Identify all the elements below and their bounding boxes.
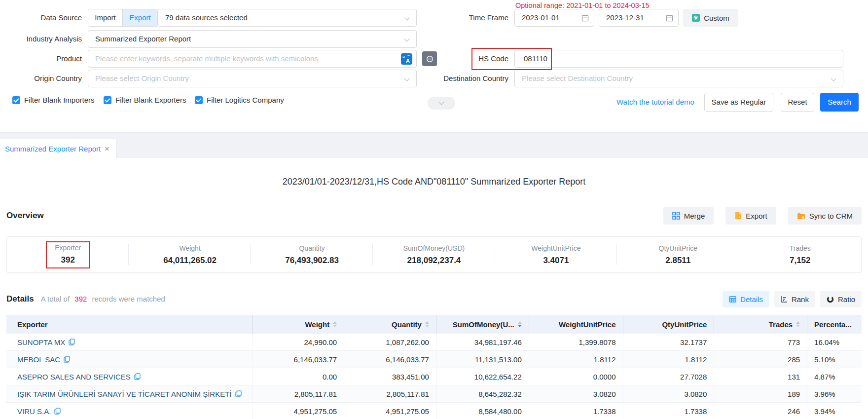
hs-code-input[interactable]: 081110 bbox=[514, 50, 843, 68]
total-prefix: A total of bbox=[41, 295, 70, 303]
weight-cell: 4,951,275.05 bbox=[253, 403, 344, 419]
sort-icon[interactable] bbox=[796, 319, 800, 329]
trades-cell: 189 bbox=[714, 385, 807, 402]
checkbox-label: Filter Logitics Company bbox=[207, 96, 284, 104]
exporter-link[interactable]: IŞIK TARIM ÜRÜNLERİ SANAYİ VE TİCARET AN… bbox=[17, 390, 232, 398]
optional-range-hint: Optional range: 2021-01-01 to 2024-03-15 bbox=[515, 1, 650, 9]
collapse-filters-button[interactable] bbox=[428, 97, 455, 110]
translate-icon[interactable]: ¤A bbox=[401, 53, 412, 65]
percentage-cell: 3.94% bbox=[807, 403, 862, 419]
copy-icon[interactable] bbox=[235, 390, 242, 397]
sort-icon-active-desc[interactable] bbox=[518, 319, 522, 329]
reset-button[interactable]: Reset bbox=[781, 93, 814, 112]
search-button[interactable]: Search bbox=[820, 93, 859, 112]
copy-icon[interactable] bbox=[134, 373, 141, 380]
export-toggle[interactable]: Export bbox=[123, 9, 157, 26]
exporter-cell: VIRU S.A. bbox=[6, 403, 253, 419]
stat-trades: Trades 7,152 bbox=[739, 244, 861, 266]
exporter-link[interactable]: VIRU S.A. bbox=[17, 407, 51, 416]
column-label: Exporter bbox=[17, 320, 48, 329]
stat-value: 2.8511 bbox=[617, 256, 739, 266]
chevron-down-icon bbox=[404, 36, 409, 41]
merge-button[interactable]: Merge bbox=[663, 207, 714, 225]
tutorial-link[interactable]: Watch the tutorial demo bbox=[616, 98, 694, 106]
quantity-cell: 1,087,262.00 bbox=[344, 334, 436, 350]
trades-cell: 773 bbox=[714, 334, 807, 350]
stat-sum-of-money: SumOfMoney(USD) 218,092,237.4 bbox=[373, 244, 495, 266]
sync-to-crm-button[interactable]: Sync to CRM bbox=[788, 207, 862, 225]
end-date-input[interactable]: 2023-12-31 bbox=[599, 9, 679, 27]
weight-cell: 6,146,033.77 bbox=[253, 351, 344, 368]
weight-cell: 2,805,117.81 bbox=[253, 385, 344, 402]
percentage-cell: 5.10% bbox=[807, 351, 862, 368]
copy-icon[interactable] bbox=[54, 408, 61, 415]
filter-logitics-company-checkbox[interactable]: Filter Logitics Company bbox=[195, 96, 284, 104]
column-header-quantity[interactable]: Quantity bbox=[344, 315, 436, 334]
column-header-trades[interactable]: Trades bbox=[714, 315, 807, 334]
filter-blank-importers-checkbox[interactable]: Filter Blank Importers bbox=[12, 96, 95, 104]
sort-icon[interactable] bbox=[333, 319, 337, 329]
chevron-down-icon bbox=[404, 15, 409, 20]
qty-unit-price-cell: 32.1737 bbox=[623, 334, 715, 350]
records-matched-text: A total of 392 records were matched bbox=[41, 295, 165, 303]
column-header-qty-unit-price: QtyUnitPrice bbox=[623, 315, 715, 334]
sum-cell: 10,622,654.22 bbox=[436, 368, 529, 385]
copy-icon[interactable] bbox=[64, 356, 70, 363]
tab-summarized-exporter-report[interactable]: Summarized Exporter Report × bbox=[0, 139, 117, 158]
import-toggle[interactable]: Import bbox=[88, 9, 123, 26]
sum-cell: 8,584,480.00 bbox=[436, 403, 529, 419]
table-row: ASEPRO SALES AND SERVICES 0.00 383,451.0… bbox=[6, 368, 862, 385]
origin-country-label: Origin Country bbox=[0, 70, 82, 87]
industry-analysis-select[interactable]: Summarized Exporter Report bbox=[88, 30, 417, 48]
sum-cell: 11,131,513.00 bbox=[436, 351, 529, 368]
exporter-link[interactable]: ASEPRO SALES AND SERVICES bbox=[17, 373, 131, 381]
sort-icon[interactable] bbox=[425, 319, 429, 329]
checkbox-checked-icon bbox=[104, 96, 111, 104]
rank-chart-icon bbox=[781, 296, 788, 303]
checkbox-checked-icon bbox=[12, 96, 20, 104]
product-input[interactable]: Please enter keywords, separate multiple… bbox=[88, 50, 417, 68]
weight-cell: 0.00 bbox=[253, 368, 344, 385]
start-date-input[interactable]: 2023-01-01 bbox=[514, 9, 594, 27]
qty-unit-price-cell: 27.7028 bbox=[623, 368, 715, 385]
view-rank-button[interactable]: Rank bbox=[774, 291, 815, 307]
view-details-label: Details bbox=[740, 295, 763, 304]
data-source-label: Data Source bbox=[0, 9, 82, 27]
column-header-weight[interactable]: Weight bbox=[253, 315, 344, 334]
export-button[interactable]: Export bbox=[725, 207, 776, 225]
hs-code-value: 081110 bbox=[522, 54, 547, 63]
column-label: WeightUnitPrice bbox=[559, 320, 616, 329]
exporter-cell: SUNOPTA MX bbox=[6, 334, 253, 350]
table-row: SUNOPTA MX 24,990.00 1,087,262.00 34,981… bbox=[6, 334, 862, 351]
view-ratio-button[interactable]: Ratio bbox=[820, 291, 862, 307]
image-search-button[interactable] bbox=[422, 51, 437, 66]
column-header-sum-of-money[interactable]: SumOfMoney(U... bbox=[436, 315, 529, 334]
overview-stats-card: Exporter 392 Weight 64,011,265.02 Quanti… bbox=[6, 236, 862, 273]
end-date-value: 2023-12-31 bbox=[606, 13, 644, 22]
custom-label: Custom bbox=[704, 14, 729, 22]
destination-country-label: Destination Country bbox=[430, 70, 508, 87]
stat-weight-unit-price: WeightUnitPrice 3.4071 bbox=[495, 244, 617, 266]
data-sources-select[interactable]: 79 data sources selected bbox=[158, 9, 417, 27]
destination-country-select[interactable]: Please select Destination Country bbox=[514, 70, 843, 87]
exporter-link[interactable]: MEBOL SAC bbox=[17, 355, 60, 364]
destination-country-placeholder: Please select Destination Country bbox=[522, 74, 633, 82]
column-label: Trades bbox=[769, 320, 793, 329]
copy-icon[interactable] bbox=[69, 339, 75, 345]
stat-label: SumOfMoney(USD) bbox=[373, 244, 495, 252]
exporter-link[interactable]: SUNOPTA MX bbox=[17, 338, 65, 346]
column-label: Quantity bbox=[392, 320, 422, 329]
trades-cell: 285 bbox=[714, 351, 807, 368]
stat-label: Trades bbox=[739, 244, 861, 252]
origin-country-select[interactable]: Please select Origin Country bbox=[88, 70, 417, 87]
stat-exporter: Exporter 392 bbox=[7, 241, 129, 268]
weight-unit-price-cell: 0.0000 bbox=[529, 368, 623, 385]
view-details-button[interactable]: Details bbox=[723, 291, 769, 307]
close-icon[interactable]: × bbox=[105, 145, 109, 153]
column-label: SumOfMoney(U... bbox=[453, 320, 514, 329]
svg-text:A: A bbox=[406, 58, 410, 64]
save-as-regular-button[interactable]: Save as Regular bbox=[704, 93, 773, 112]
qty-unit-price-cell: 1.8112 bbox=[623, 351, 715, 368]
filter-blank-exporters-checkbox[interactable]: Filter Blank Exporters bbox=[104, 96, 186, 104]
custom-range-button[interactable]: Custom bbox=[683, 9, 738, 27]
